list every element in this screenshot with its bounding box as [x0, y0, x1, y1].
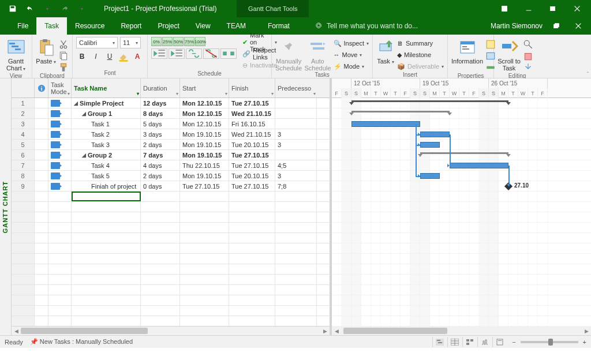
- col-predecessors[interactable]: Predecesso▾: [275, 78, 317, 97]
- table-row[interactable]: 2◢Group 18 daysMon 12.10.15Wed 21.10.15: [12, 108, 330, 119]
- paste-button[interactable]: Paste ▾: [36, 37, 56, 66]
- format-painter-icon[interactable]: [58, 62, 69, 73]
- pct-0[interactable]: 0%: [151, 37, 162, 46]
- col-finish[interactable]: Finish▾: [229, 78, 275, 97]
- zoom-in-icon[interactable]: +: [583, 339, 586, 346]
- table-row[interactable]: [12, 275, 330, 285]
- view-sidebar-label[interactable]: GANTT CHART: [0, 78, 12, 335]
- minimize-icon[interactable]: [517, 1, 540, 17]
- gantt-summary-bar[interactable]: [420, 152, 508, 157]
- table-row[interactable]: [12, 202, 330, 212]
- auto-schedule-button[interactable]: Auto Schedule: [304, 37, 331, 72]
- outdent-icon[interactable]: [151, 48, 167, 59]
- pct-25[interactable]: 25%: [162, 37, 173, 46]
- close-icon[interactable]: [566, 1, 589, 17]
- italic-button[interactable]: I: [90, 51, 102, 62]
- split-task-icon[interactable]: [220, 48, 237, 59]
- link-tasks-icon[interactable]: [186, 48, 202, 59]
- table-row[interactable]: [12, 306, 330, 316]
- clear-icon[interactable]: [523, 51, 533, 61]
- bold-button[interactable]: B: [76, 51, 88, 62]
- col-task-name[interactable]: Task Name▾: [72, 78, 141, 97]
- summary-button[interactable]: 🗎Summary: [397, 38, 444, 48]
- save-icon[interactable]: [5, 2, 21, 16]
- gantt-task-bar[interactable]: [420, 132, 450, 137]
- indent-icon[interactable]: [169, 48, 185, 59]
- gantt-chart-button[interactable]: Gantt Chart ▾: [3, 37, 28, 73]
- pct-75[interactable]: 75%: [184, 37, 194, 46]
- undo-dropdown-icon[interactable]: ▾: [39, 2, 55, 16]
- tab-file[interactable]: File: [9, 17, 36, 35]
- table-row[interactable]: 1◢Simple Project12 daysMon 12.10.15Tue 2…: [12, 98, 330, 108]
- tab-view[interactable]: View: [188, 17, 219, 35]
- move-button[interactable]: ↔Move ▾: [334, 50, 369, 60]
- gantt-task-bar[interactable]: [450, 163, 508, 168]
- ribbon-help-icon[interactable]: [493, 1, 516, 17]
- font-size-combo[interactable]: 11▾: [120, 37, 141, 48]
- qat-customize-icon[interactable]: ▾: [74, 2, 90, 16]
- table-row[interactable]: [12, 254, 330, 264]
- fill-icon[interactable]: [523, 62, 533, 73]
- view-board-icon[interactable]: [462, 337, 476, 347]
- pct-50[interactable]: 50%: [173, 37, 184, 46]
- gantt-summary-bar[interactable]: [351, 111, 450, 115]
- status-new-tasks[interactable]: 📌 New Tasks : Manually Scheduled: [30, 338, 133, 346]
- table-row[interactable]: 8Task 52 daysMon 19.10.15Tue 20.10.153: [12, 171, 330, 181]
- font-name-combo[interactable]: Calibri▾: [76, 37, 118, 48]
- tab-format[interactable]: Format: [260, 17, 298, 35]
- find-icon[interactable]: [523, 39, 533, 50]
- zoom-out-icon[interactable]: −: [512, 339, 515, 346]
- gantt-task-bar[interactable]: [351, 121, 420, 127]
- timeline-header[interactable]: 12 Oct '1519 Oct '1526 Oct '15 FSSMTWTFS…: [332, 78, 591, 98]
- col-info[interactable]: i: [35, 78, 48, 97]
- table-row[interactable]: 7Task 44 daysThu 22.10.15Tue 27.10.154;5: [12, 160, 330, 171]
- gantt-task-bar[interactable]: [420, 173, 440, 179]
- table-row[interactable]: [12, 192, 330, 202]
- table-row[interactable]: [12, 295, 330, 306]
- view-table-icon[interactable]: [447, 337, 461, 347]
- information-button[interactable]: Information: [451, 37, 483, 65]
- manually-schedule-button[interactable]: Manually Schedule: [275, 37, 302, 72]
- user-name[interactable]: Martin Siemonov: [491, 22, 543, 30]
- milestone-button[interactable]: ◆Milestone: [397, 50, 444, 60]
- col-rownum[interactable]: [12, 78, 35, 97]
- tell-me-search[interactable]: Tell me what you want to do...: [315, 17, 418, 35]
- view-gantt-icon[interactable]: [432, 337, 446, 347]
- col-start[interactable]: Start▾: [180, 78, 229, 97]
- redo-icon[interactable]: [57, 2, 73, 16]
- fill-color-button[interactable]: [118, 51, 129, 62]
- maximize-icon[interactable]: [541, 1, 564, 17]
- table-row[interactable]: [12, 212, 330, 223]
- tab-resource[interactable]: Resource: [67, 17, 113, 35]
- collapse-ribbon-icon[interactable]: ˆ: [587, 72, 589, 78]
- gantt-task-bar[interactable]: [420, 142, 440, 148]
- underline-button[interactable]: U: [104, 51, 115, 62]
- restore-window-icon[interactable]: [548, 19, 564, 33]
- inspect-button[interactable]: 🔍Inspect ▾: [334, 38, 369, 48]
- task-insert-button[interactable]: Task ▾: [376, 37, 395, 66]
- tab-project[interactable]: Project: [149, 17, 187, 35]
- table-row[interactable]: [12, 243, 330, 254]
- scroll-to-task-button[interactable]: Scroll to Task: [498, 37, 521, 72]
- view-resource-icon[interactable]: [477, 337, 491, 347]
- undo-icon[interactable]: [22, 2, 38, 16]
- table-row[interactable]: 4Task 23 daysMon 19.10.15Wed 21.10.153: [12, 129, 330, 140]
- tab-task[interactable]: Task: [36, 17, 67, 35]
- table-row[interactable]: [12, 285, 330, 295]
- table-row[interactable]: [12, 264, 330, 275]
- zoom-slider[interactable]: [521, 341, 578, 343]
- copy-icon[interactable]: [58, 51, 69, 61]
- doc-close-icon[interactable]: [570, 19, 586, 33]
- cut-icon[interactable]: [58, 39, 69, 50]
- gantt-summary-bar[interactable]: [351, 100, 508, 105]
- table-row[interactable]: [12, 233, 330, 243]
- tab-team[interactable]: TEAM: [219, 17, 254, 35]
- tab-report[interactable]: Report: [113, 17, 149, 35]
- mode-button[interactable]: ⚡Mode ▾: [334, 61, 369, 72]
- font-color-button[interactable]: A: [132, 51, 143, 62]
- col-duration[interactable]: Duration▾: [141, 78, 180, 97]
- table-hscroll[interactable]: ◀▶: [12, 326, 330, 335]
- unlink-tasks-icon[interactable]: [203, 48, 219, 59]
- table-row[interactable]: 9Finiah of project0 daysTue 27.10.15Tue …: [12, 181, 330, 192]
- deliverable-button[interactable]: 📦Deliverable ▾: [397, 61, 444, 72]
